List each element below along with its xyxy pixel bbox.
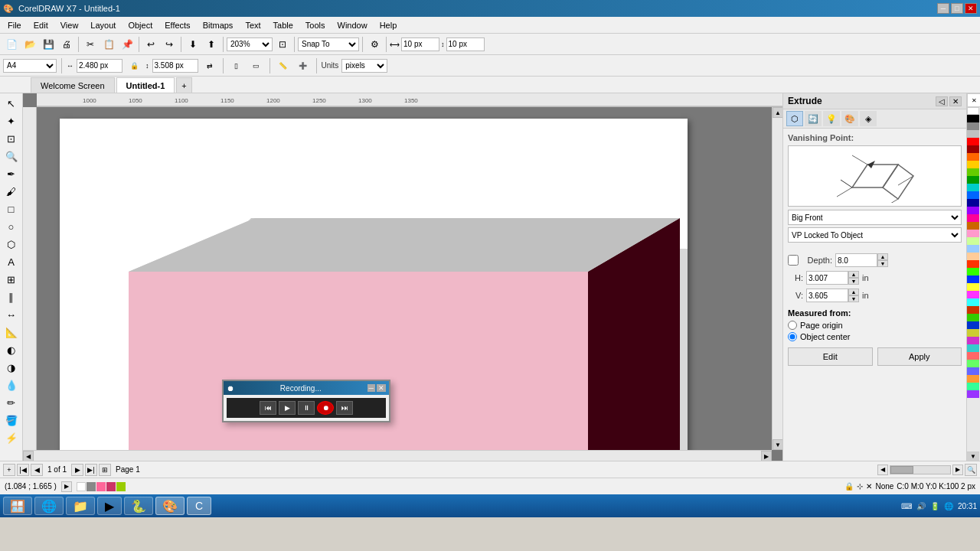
color-navy2[interactable]	[967, 321, 979, 329]
color-brown[interactable]	[967, 222, 979, 230]
depth-checkbox[interactable]	[788, 255, 799, 266]
tab-welcome[interactable]: Welcome Screen	[31, 77, 115, 93]
page-size-select[interactable]: A4	[3, 59, 57, 73]
color-white[interactable]	[967, 107, 979, 115]
ellipse-tool[interactable]: ○	[2, 218, 21, 235]
play-recording-btn[interactable]: ▶	[61, 481, 72, 492]
rec-next-btn[interactable]: ⏭	[336, 401, 353, 415]
menu-table[interactable]: Table	[267, 19, 299, 31]
vp-type-select[interactable]: Big Front Big Back	[788, 210, 962, 225]
rect-tool[interactable]: □	[2, 201, 21, 217]
portrait-btn[interactable]: ▯	[228, 57, 245, 74]
zoom-btn-page[interactable]: 🔍	[965, 464, 977, 476]
outline-tool[interactable]: ✏	[2, 394, 21, 411]
swap-dims-btn[interactable]: ⇄	[201, 57, 218, 74]
taskbar-app1[interactable]: 🐍	[124, 497, 153, 515]
color-aqua[interactable]	[967, 298, 979, 306]
color-azure[interactable]	[967, 276, 979, 283]
landscape-btn[interactable]: ▭	[248, 57, 265, 74]
scroll-up-btn[interactable]: ▲	[773, 107, 782, 118]
color-mint[interactable]	[967, 360, 979, 367]
rec-play-btn[interactable]: ▶	[279, 401, 296, 415]
color-seafoam[interactable]	[967, 383, 979, 390]
color-black[interactable]	[967, 115, 979, 122]
measure-tool[interactable]: 📐	[2, 324, 21, 341]
parallel-tool[interactable]: ∥	[2, 289, 21, 305]
color-peach[interactable]	[967, 253, 979, 260]
menu-object[interactable]: Object	[122, 19, 158, 31]
canvas-area[interactable]: 1000 1050 1100 1150 1200 1250 1300 1350	[23, 93, 782, 461]
color-lime[interactable]	[967, 168, 979, 176]
menu-help[interactable]: Help	[374, 19, 403, 31]
hscroll-right2[interactable]: ▶	[952, 465, 963, 475]
color-orange[interactable]	[967, 153, 979, 161]
lock-ratio-btn[interactable]: 🔒	[126, 57, 142, 74]
minimize-btn[interactable]: ─	[937, 3, 949, 14]
copy-btn[interactable]: 📋	[100, 36, 117, 53]
color-silver[interactable]	[967, 130, 979, 138]
options-btn[interactable]: ⚙	[366, 36, 383, 53]
menu-window[interactable]: Window	[332, 19, 374, 31]
extrude-rotate-tab[interactable]: 🔄	[805, 111, 822, 126]
rec-pause-btn[interactable]: ⏸	[298, 401, 315, 415]
save-btn[interactable]: 💾	[40, 36, 57, 53]
undo-btn[interactable]: ↩	[142, 36, 159, 53]
height-input[interactable]	[152, 59, 198, 73]
color-lightgreen[interactable]	[967, 237, 979, 245]
horizontal-scrollbar[interactable]: ◀ ▶	[23, 450, 772, 461]
rec-stop-btn[interactable]: ⏺	[317, 401, 334, 415]
color-teal2[interactable]	[967, 344, 979, 352]
taskbar-ie[interactable]: 🌐	[34, 497, 64, 515]
hscroll-thumb[interactable]	[890, 466, 913, 474]
import-btn[interactable]: ⬇	[185, 36, 201, 53]
depth-input[interactable]	[835, 253, 877, 267]
panel-close-btn[interactable]: ✕	[949, 96, 962, 106]
open-btn[interactable]: 📂	[21, 36, 38, 53]
strip-white[interactable]	[77, 482, 86, 491]
color-eyedropper[interactable]: 💧	[2, 377, 21, 393]
page-origin-radio[interactable]	[788, 321, 797, 330]
crop-tool[interactable]: ⊡	[2, 130, 21, 147]
color-yellow2[interactable]	[967, 283, 979, 291]
color-scroll-down[interactable]: ▼	[967, 452, 979, 461]
apply-button[interactable]: Apply	[877, 347, 962, 366]
cut-btn[interactable]: ✂	[82, 36, 99, 53]
fill-tool[interactable]: 🪣	[2, 412, 21, 429]
depth-spin-up[interactable]: ▲	[877, 253, 888, 260]
paste-btn[interactable]: 📌	[119, 36, 136, 53]
page-add-btn2[interactable]: +	[3, 464, 15, 476]
edit-button[interactable]: Edit	[788, 347, 873, 366]
h-input[interactable]	[806, 271, 848, 285]
redo-btn[interactable]: ↪	[161, 36, 178, 53]
h-spin[interactable]: ▲ ▼	[848, 271, 859, 285]
color-darkblue[interactable]	[967, 199, 979, 207]
menu-bitmaps[interactable]: Bitmaps	[197, 19, 240, 31]
freehand-tool[interactable]: ✒	[2, 165, 21, 182]
tab-add[interactable]: +	[176, 77, 191, 93]
menu-edit[interactable]: Edit	[28, 19, 54, 31]
table-tool[interactable]: ⊞	[2, 271, 21, 288]
panel-header-controls[interactable]: ◁ ✕	[936, 96, 962, 106]
smart-fill[interactable]: 🖌	[2, 183, 21, 200]
units-select[interactable]: pixels inches mm	[341, 59, 387, 73]
extrude-light-tab[interactable]: 💡	[823, 111, 840, 126]
v-spin[interactable]: ▲ ▼	[848, 289, 859, 302]
page-settings-btn[interactable]: 📏	[275, 57, 292, 74]
rec-prev-btn[interactable]: ⏮	[260, 401, 276, 415]
menu-effects[interactable]: Effects	[158, 19, 196, 31]
title-controls[interactable]: ─ □ ✕	[937, 3, 977, 14]
color-lightblue[interactable]	[967, 245, 979, 253]
zoom-to-fit[interactable]: ⊡	[274, 36, 291, 53]
depth-spin[interactable]: ▲ ▼	[877, 253, 888, 267]
extrude-color-tab[interactable]: 🎨	[841, 111, 858, 126]
scroll-down-btn[interactable]: ▼	[773, 439, 782, 450]
start-btn[interactable]: 🪟	[3, 497, 32, 515]
page-first-btn[interactable]: |◀	[17, 464, 29, 476]
menu-view[interactable]: View	[54, 19, 85, 31]
zoom-tool[interactable]: 🔍	[2, 148, 21, 165]
export-btn[interactable]: ⬆	[203, 36, 220, 53]
interactive-tool[interactable]: ◐	[2, 341, 21, 358]
menu-tools[interactable]: Tools	[299, 19, 332, 31]
v-spin-down[interactable]: ▼	[848, 295, 859, 302]
color-cyan[interactable]	[967, 184, 979, 191]
